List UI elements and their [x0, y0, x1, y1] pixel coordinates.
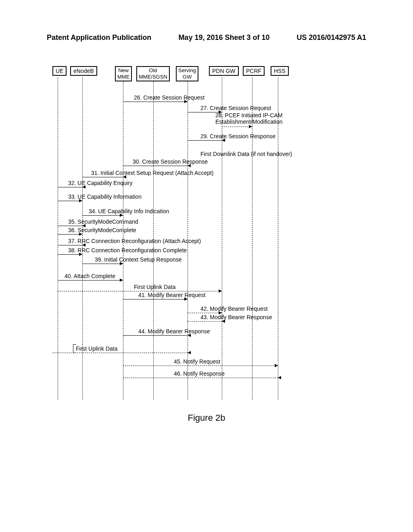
- arrow-line-m34: [82, 215, 123, 216]
- message-m31: 31. Initial Context Setup Request (Attac…: [91, 170, 214, 176]
- message-m32: 32. UE Capability Enquiry: [68, 180, 133, 186]
- arrow-line-mful1: [58, 291, 222, 291]
- arrow-head-mful2: [188, 351, 191, 354]
- arrow-head-m29: [222, 139, 225, 142]
- message-mful1: First Uplink Data: [134, 284, 175, 290]
- message-m42: 42. Modify Bearer Request: [200, 305, 268, 312]
- arrow-head-m46: [278, 376, 281, 379]
- message-m45: 45. Notify Request: [174, 358, 220, 365]
- arrow-head-m26: [184, 100, 188, 103]
- lifeline-hss: [278, 77, 278, 400]
- message-m29: 29. Create Session Response: [200, 133, 275, 139]
- arrow-line-m30: [123, 166, 188, 166]
- arrow-head-m38: [79, 253, 82, 256]
- arrow-line-m36: [58, 234, 82, 235]
- entity-newmme: NewMME: [115, 66, 132, 81]
- message-m35: 35. SecurityModeCommand: [68, 218, 138, 225]
- message-m44: 44. Modify Bearer Response: [138, 328, 210, 335]
- entity-enodeb: eNodeB: [70, 66, 97, 76]
- entity-hss: HSS: [271, 66, 289, 76]
- message-m36: 36. SecurityModeComplete: [68, 227, 136, 233]
- message-m34: 34. UE Capability Info Indication: [89, 208, 169, 214]
- arrow-head-m34: [120, 214, 123, 217]
- entity-ue: UE: [52, 66, 67, 76]
- arrow-head-m43: [222, 320, 225, 323]
- message-mful2: First Uplink Data: [76, 345, 117, 352]
- lifeline-pcrf: [252, 77, 252, 400]
- arrow-head-m32: [82, 185, 86, 189]
- figure-caption: Figure 2b: [0, 413, 413, 423]
- arrow-line-m43: [188, 321, 222, 322]
- lifeline-pdngw: [222, 77, 222, 400]
- arrow-head-m36: [79, 233, 82, 236]
- arrow-head-m33: [79, 199, 82, 202]
- message-m30: 30. Create Session Response: [133, 158, 208, 165]
- arrow-line-m44: [123, 335, 188, 336]
- message-mfd: First Downlink Data (if not handover): [200, 151, 292, 157]
- arrow-line-m38: [58, 254, 82, 255]
- arrow-head-m31: [123, 175, 126, 179]
- arrow-line-m35: [58, 226, 82, 226]
- message-m40: 40. Attach Complete: [65, 273, 115, 279]
- arrow-line-m39: [82, 264, 123, 264]
- message-m37: 37. RRC Connection Reconfiguration (Atta…: [68, 238, 201, 244]
- arrow-line-m46: [123, 378, 278, 378]
- entity-sgw: ServingGW: [176, 66, 198, 81]
- arrow-head-m40: [120, 278, 123, 282]
- arrow-line-m33: [58, 201, 82, 201]
- arrow-head-m37: [82, 243, 86, 247]
- message-m46: 46. Notify Response: [174, 370, 225, 377]
- arrow-line-m42: [188, 313, 222, 313]
- arrow-line-m40: [58, 280, 123, 281]
- arrow-head-m28: [249, 125, 252, 128]
- header-left: Patent Application Publication: [47, 33, 151, 42]
- arrow-line-m28: [222, 127, 252, 127]
- message-m41: 41. Modify Bearer Request: [138, 292, 206, 298]
- entity-pdngw: PDN GW: [209, 66, 239, 76]
- message-m39: 39. Initial Context Setup Response: [95, 256, 182, 263]
- message-m26: 26. Create Session Request: [134, 94, 204, 101]
- sequence-diagram: UEeNodeBNewMMEOldMME/SGSNServingGWPDN GW…: [47, 66, 366, 409]
- message-m38: 38. RRC Connection Reconfiguration Compl…: [68, 247, 187, 254]
- arrow-head-m41: [184, 297, 188, 301]
- message-m43: 43. Modify Bearer Response: [200, 314, 272, 320]
- arrow-head-m30: [188, 164, 191, 167]
- arrow-line-m29: [188, 140, 222, 141]
- arrow-line-m37: [58, 245, 82, 245]
- message-m27: 27. Create Session Request: [200, 105, 271, 111]
- entity-pcrf: PCRF: [243, 66, 265, 76]
- entity-oldmme: OldMME/SGSN: [136, 66, 170, 81]
- arrow-line-m31: [82, 177, 123, 177]
- arrow-head-m39: [120, 262, 123, 265]
- arrow-line-m41: [123, 299, 188, 299]
- arrow-line-m45: [123, 366, 278, 366]
- message-m28: 28. PCEF Initiated IP-CAMEstablishment/M…: [215, 112, 283, 125]
- arrow-line-m32: [58, 187, 82, 187]
- arrow-head-mful1: [219, 289, 222, 293]
- arrow-head-m44: [188, 334, 191, 337]
- lifeline-ue: [58, 77, 58, 400]
- header-center: May 19, 2016 Sheet 3 of 10: [178, 33, 269, 42]
- bracket-uplink: [73, 344, 76, 353]
- arrow-head-m45: [275, 364, 278, 367]
- arrow-line-m26: [123, 102, 188, 102]
- header-right: US 2016/0142975 A1: [297, 33, 366, 42]
